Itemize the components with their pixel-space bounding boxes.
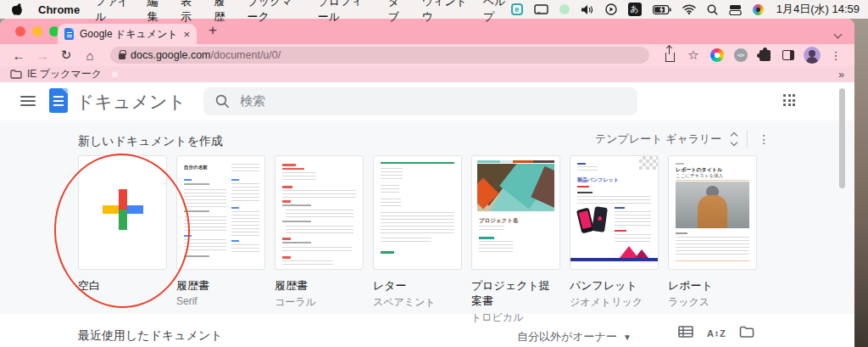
menu-window[interactable]: ウィンドウ bbox=[422, 0, 468, 25]
chrome-window: Google ドキュメント × + ← → ↻ ⌂ docs.google.co… bbox=[0, 19, 854, 347]
extension-e-icon[interactable]: e bbox=[511, 3, 523, 16]
bookmark-ie-folder[interactable]: IE ブックマーク bbox=[27, 67, 102, 81]
play-circle-icon[interactable] bbox=[605, 3, 617, 16]
create-section-title: 新しいドキュメントを作成 bbox=[78, 134, 223, 149]
volume-icon[interactable] bbox=[581, 3, 594, 16]
address-bar[interactable]: docs.google.com/document/u/0/ bbox=[110, 47, 649, 64]
template-thumb-report-lux: レポートのタイトル ここにテキストを挿入 bbox=[668, 155, 757, 270]
side-panel-icon[interactable] bbox=[778, 50, 798, 60]
notification-dot-icon[interactable] bbox=[559, 3, 570, 16]
extensions-puzzle-icon[interactable] bbox=[754, 50, 775, 61]
tab-google-docs[interactable]: Google ドキュメント × bbox=[58, 24, 197, 44]
browser-toolbar: ← → ↻ ⌂ docs.google.com/document/u/0/ ☆ … bbox=[0, 44, 854, 66]
template-card-report-lux[interactable]: レポートのタイトル ここにテキストを挿入 レポート ラックス bbox=[668, 155, 757, 325]
siri-icon[interactable] bbox=[753, 3, 764, 16]
scrollbar-thumb[interactable] bbox=[839, 88, 845, 188]
owner-filter-dropdown[interactable]: 自分以外がオーナー ▼ bbox=[517, 329, 632, 344]
screen-mirroring-icon[interactable] bbox=[534, 3, 548, 16]
template-title: 履歴書 bbox=[176, 278, 265, 294]
template-thumb-project-tropic: プロジェクト名 bbox=[471, 155, 560, 270]
report-photo bbox=[676, 182, 749, 228]
template-thumb-letter-spearmint bbox=[373, 155, 462, 270]
template-card-letter-spearmint[interactable]: レター スペアミント bbox=[373, 155, 462, 325]
url-text: docs.google.com/document/u/0/ bbox=[131, 49, 281, 61]
spotlight-search-icon[interactable] bbox=[707, 3, 718, 16]
profile-avatar[interactable] bbox=[802, 47, 822, 64]
reload-button[interactable]: ↻ bbox=[56, 48, 76, 63]
macos-menubar: Chrome ファイル 編集 表示 履歴 ブックマーク プロフィール タブ ウィ… bbox=[0, 0, 868, 19]
search-placeholder: 検索 bbox=[240, 93, 265, 109]
sort-az-icon[interactable]: A ▲▼ Z bbox=[707, 328, 726, 339]
recent-documents-section: 最近使用したドキュメント 自分以外がオーナー ▼ A ▲▼ Z bbox=[0, 321, 854, 347]
new-tab-button[interactable]: + bbox=[209, 22, 217, 39]
bookmark-item-favicon[interactable] bbox=[112, 71, 118, 77]
owner-filter-label: 自分以外がオーナー bbox=[517, 329, 617, 344]
search-input[interactable]: 検索 bbox=[203, 87, 637, 115]
forward-button[interactable]: → bbox=[32, 48, 53, 63]
template-title: レポート bbox=[668, 278, 757, 294]
google-apps-grid-icon[interactable] bbox=[783, 94, 797, 108]
display-arrangement-icon[interactable] bbox=[729, 3, 742, 16]
docs-logo[interactable] bbox=[49, 88, 68, 113]
open-file-picker-folder-icon[interactable] bbox=[739, 326, 754, 341]
menu-history[interactable]: 履歴 bbox=[214, 0, 231, 25]
template-subtitle: Serif bbox=[176, 295, 265, 307]
template-subtitle: ラックス bbox=[668, 295, 757, 310]
window-controls bbox=[15, 26, 59, 36]
template-subtitle: ジオメトリック bbox=[570, 295, 659, 310]
search-icon bbox=[215, 94, 230, 109]
template-subtitle: コーラル bbox=[275, 295, 364, 310]
menu-tab[interactable]: タブ bbox=[388, 0, 407, 25]
thumb-heading: プロジェクト名 bbox=[479, 216, 560, 224]
template-title: レター bbox=[373, 278, 462, 294]
template-card-brochure-geometric[interactable]: 製品パンフレット パンフレット ジオメトリック bbox=[570, 155, 659, 325]
menubar-clock[interactable]: 1月4日(水) 14:59 bbox=[776, 2, 860, 17]
template-thumb-brochure-geometric: 製品パンフレット bbox=[570, 155, 659, 270]
menu-file[interactable]: ファイル bbox=[95, 0, 132, 25]
wifi-icon[interactable] bbox=[682, 3, 696, 16]
template-subtitle: スペアミント bbox=[373, 295, 462, 310]
template-card-resume-serif[interactable]: 自分の名前 bbox=[176, 155, 265, 325]
template-thumb-resume-serif: 自分の名前 bbox=[176, 155, 265, 270]
menu-view[interactable]: 表示 bbox=[181, 0, 198, 25]
template-title: プロジェクト提案書 bbox=[471, 278, 560, 309]
extension-code-icon[interactable]: </> bbox=[731, 48, 751, 62]
bookmark-star-icon[interactable]: ☆ bbox=[683, 48, 704, 63]
template-gallery-toggle-icon[interactable] bbox=[732, 133, 737, 145]
lock-icon[interactable] bbox=[119, 53, 125, 59]
template-title: パンフレット bbox=[570, 278, 659, 294]
template-gallery-button[interactable]: テンプレート ギャラリー bbox=[595, 132, 721, 147]
input-method-icon[interactable]: あ bbox=[628, 3, 642, 16]
main-menu-hamburger-icon[interactable] bbox=[20, 96, 36, 109]
docs-header: ドキュメント 検索 bbox=[0, 82, 854, 120]
back-button[interactable]: ← bbox=[8, 48, 29, 63]
bookmarks-bar: IE ブックマーク » bbox=[0, 66, 854, 82]
extension-colorwheel-icon[interactable] bbox=[707, 48, 727, 62]
minimize-window-button[interactable] bbox=[32, 26, 42, 36]
bookmarks-overflow-icon[interactable]: » bbox=[838, 69, 844, 81]
battery-icon[interactable] bbox=[653, 3, 671, 16]
share-button[interactable] bbox=[659, 49, 680, 62]
active-app-name[interactable]: Chrome bbox=[38, 3, 80, 16]
list-view-icon[interactable] bbox=[678, 326, 693, 341]
close-window-button[interactable] bbox=[15, 26, 25, 36]
url-host: docs.google.com bbox=[131, 49, 211, 61]
thumb-heading: 製品パンフレット bbox=[577, 176, 659, 184]
menu-bookmarks[interactable]: ブックマーク bbox=[248, 0, 303, 25]
home-button[interactable]: ⌂ bbox=[80, 48, 100, 63]
template-card-resume-coral[interactable]: 履歴書 コーラル bbox=[275, 155, 364, 325]
browser-menu-icon[interactable]: ⋮ bbox=[826, 49, 846, 62]
template-options-menu-icon[interactable]: ⋮ bbox=[758, 132, 770, 146]
apple-icon[interactable] bbox=[12, 3, 23, 16]
tab-search-chevron-icon[interactable] bbox=[835, 25, 841, 41]
tab-title: Google ドキュメント bbox=[80, 27, 177, 42]
menu-help[interactable]: ヘルプ bbox=[483, 0, 511, 25]
menu-edit[interactable]: 編集 bbox=[147, 0, 165, 25]
template-card-project-tropic[interactable]: プロジェクト名 プロジェクト提案書 トロピカル bbox=[471, 155, 560, 325]
tab-close-icon[interactable]: × bbox=[183, 28, 190, 41]
menu-profiles[interactable]: プロフィール bbox=[318, 0, 373, 25]
url-path: /document/u/0/ bbox=[211, 49, 281, 61]
docs-favicon bbox=[64, 28, 74, 40]
dropdown-arrow-icon: ▼ bbox=[623, 333, 632, 342]
template-title: 履歴書 bbox=[275, 278, 364, 294]
